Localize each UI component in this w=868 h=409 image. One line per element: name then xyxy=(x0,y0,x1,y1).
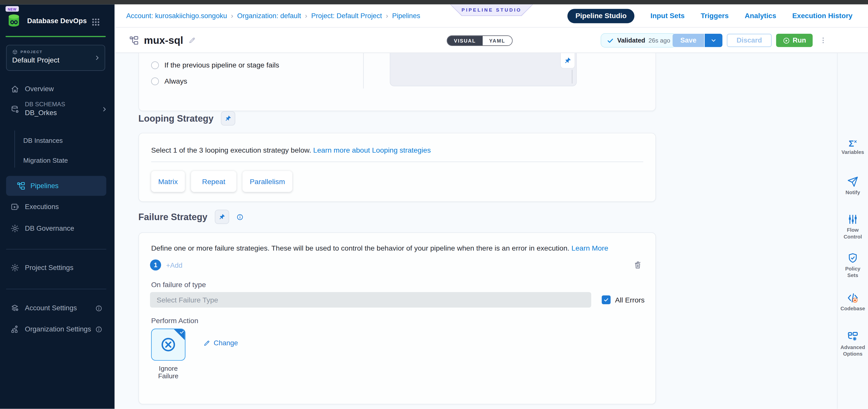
selected-action-name: Ignore Failure xyxy=(151,365,186,380)
play-circle-icon xyxy=(782,37,790,44)
sidebar-item-db-governance[interactable]: DB Governance xyxy=(0,222,115,235)
failure-learn-more-link[interactable]: Learn More xyxy=(571,244,608,252)
sidebar-item-pipelines-active[interactable]: Pipelines xyxy=(6,176,106,196)
description-text: Define one or more failure strategies. T… xyxy=(151,244,569,252)
delete-strategy-trash-icon[interactable] xyxy=(633,261,642,270)
gear-icon xyxy=(10,224,20,233)
project-cube-icon xyxy=(12,49,18,55)
sidebar-item-account-settings[interactable]: Account Settings xyxy=(0,302,115,315)
sidebar-item-overview[interactable]: Overview xyxy=(0,82,115,96)
all-errors-checkbox[interactable] xyxy=(602,296,611,304)
action-name-line1: Ignore xyxy=(151,365,186,372)
rail-item-policy-sets[interactable]: Policy Sets xyxy=(837,252,868,279)
sidebar-divider xyxy=(6,289,106,289)
conditional-execution-card: If the previous pipeline or stage fails … xyxy=(138,53,656,111)
failure-type-input[interactable] xyxy=(150,292,591,308)
sidebar-item-label: DB Instances xyxy=(23,137,63,144)
looping-strategy-card: Select 1 of the 3 looping execution stra… xyxy=(138,133,656,202)
more-options-button[interactable] xyxy=(819,33,828,47)
pipeline-toolbar: mux-sql VISUAL YAML Validated 26s ago Sa… xyxy=(115,28,868,53)
pipeline-icon xyxy=(129,35,139,45)
gear-icon xyxy=(10,264,20,272)
tab-input-sets[interactable]: Input Sets xyxy=(651,11,685,20)
sidebar-item-db-schemas[interactable]: DB SCHEMAS DB_Orkes xyxy=(0,99,115,121)
radio-option-previous-fails[interactable]: If the previous pipeline or stage fails xyxy=(151,61,279,69)
description-text: Select 1 of the 3 looping execution stra… xyxy=(151,146,311,155)
rail-item-codebase[interactable]: Codebase xyxy=(837,292,868,312)
strategy-step-1[interactable]: 1 xyxy=(150,260,161,271)
pin-tab[interactable] xyxy=(560,53,575,69)
perform-action-label: Perform Action xyxy=(151,316,198,325)
expression-preview-panel xyxy=(390,53,577,87)
executions-play-icon xyxy=(10,203,20,211)
layers-gear-icon xyxy=(10,304,20,312)
sidebar-item-executions[interactable]: Executions xyxy=(0,200,115,213)
validated-badge[interactable]: Validated 26s ago xyxy=(600,33,676,47)
breadcrumb-account[interactable]: Account: kurosakiichigo.songoku xyxy=(126,12,227,20)
toggle-yaml[interactable]: YAML xyxy=(483,36,512,45)
new-badge: NEW xyxy=(5,6,19,11)
tab-analytics[interactable]: Analytics xyxy=(745,11,776,20)
save-split-button[interactable]: Save xyxy=(673,34,722,47)
validated-time: 26s ago xyxy=(649,37,670,43)
panel-scrollbar[interactable] xyxy=(572,70,572,83)
sidebar-item-db-instances[interactable]: DB Instances xyxy=(23,135,106,146)
top-header: Account: kurosakiichigo.songoku › Organi… xyxy=(115,4,868,28)
radio-option-always[interactable]: Always xyxy=(151,77,187,85)
run-label: Run xyxy=(793,36,806,44)
sidebar-item-organization-settings[interactable]: Organization Settings xyxy=(0,322,115,336)
ignore-failure-action-card[interactable] xyxy=(151,329,186,361)
visual-yaml-toggle[interactable]: VISUAL YAML xyxy=(447,35,513,46)
discard-button[interactable]: Discard xyxy=(727,34,772,47)
rail-item-variables[interactable]: Variables xyxy=(837,136,868,156)
pin-button[interactable] xyxy=(215,209,229,224)
sidebar-indent-guide xyxy=(14,131,15,168)
module-grid-icon[interactable] xyxy=(91,18,100,27)
save-button[interactable]: Save xyxy=(673,34,705,47)
sidebar-item-label: Account Settings xyxy=(25,304,77,312)
pipeline-title: mux-sql xyxy=(144,34,183,46)
toggle-visual[interactable]: VISUAL xyxy=(447,36,483,45)
breadcrumb-pipelines[interactable]: Pipelines xyxy=(392,12,420,20)
edit-pencil-icon[interactable] xyxy=(188,36,196,44)
save-dropdown-button[interactable] xyxy=(705,34,722,47)
radio-circle[interactable] xyxy=(151,77,159,85)
breadcrumb-separator: › xyxy=(305,11,308,20)
change-action-link[interactable]: Change xyxy=(203,339,238,347)
sidebar-item-migration-state[interactable]: Migration State xyxy=(23,155,106,166)
tab-triggers[interactable]: Triggers xyxy=(701,11,728,20)
failure-description: Define one or more failure strategies. T… xyxy=(151,244,609,252)
add-strategy-link[interactable]: +Add xyxy=(166,262,183,270)
header-nav: Pipeline Studio Input Sets Triggers Anal… xyxy=(567,4,852,27)
action-name-line2: Failure xyxy=(151,372,186,380)
info-icon[interactable] xyxy=(236,213,244,220)
card-divider xyxy=(363,53,364,89)
sidebar-divider xyxy=(6,249,106,249)
rail-label: Codebase xyxy=(837,306,868,312)
parallelism-button[interactable]: Parallelism xyxy=(243,171,292,192)
project-selector[interactable]: PROJECT Default Project xyxy=(6,44,105,70)
rail-item-notify[interactable]: Notify xyxy=(837,176,868,196)
breadcrumb-organization[interactable]: Organization: default xyxy=(237,12,301,20)
info-icon[interactable] xyxy=(95,326,102,333)
sidebar-item-project-settings[interactable]: Project Settings xyxy=(0,261,115,274)
breadcrumb-project[interactable]: Project: Default Project xyxy=(311,12,382,20)
matrix-button[interactable]: Matrix xyxy=(151,171,185,192)
section-title: Looping Strategy xyxy=(138,113,214,124)
tab-execution-history[interactable]: Execution History xyxy=(793,11,852,20)
rail-label: Advanced xyxy=(837,344,868,351)
pin-button[interactable] xyxy=(221,111,235,126)
tab-pipeline-studio[interactable]: Pipeline Studio xyxy=(567,8,634,23)
paper-plane-icon xyxy=(847,176,859,188)
radio-circle[interactable] xyxy=(151,61,159,69)
info-icon[interactable] xyxy=(95,305,102,312)
project-label: PROJECT xyxy=(21,50,42,54)
rail-item-advanced-options[interactable]: Advanced Options xyxy=(837,331,868,357)
rail-item-flow-control[interactable]: Flow Control xyxy=(837,213,868,240)
project-name: Default Project xyxy=(12,56,59,64)
repeat-button[interactable]: Repeat xyxy=(191,171,237,192)
vertical-dots-icon xyxy=(819,36,827,44)
run-button[interactable]: Run xyxy=(776,34,812,47)
radio-label: If the previous pipeline or stage fails xyxy=(164,61,279,69)
looping-learn-more-link[interactable]: Learn more about Looping strategies xyxy=(313,146,431,155)
